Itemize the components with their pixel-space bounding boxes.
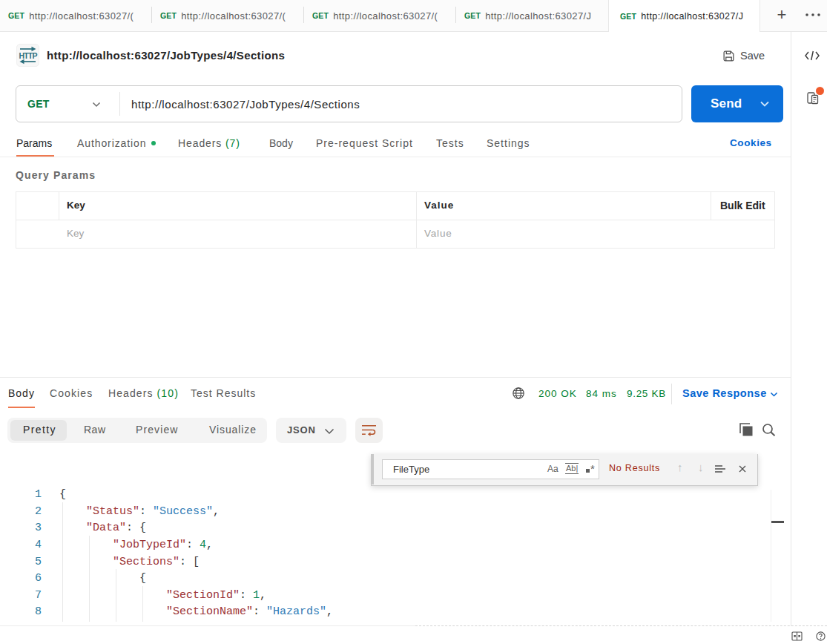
svg-text:HTTP: HTTP [19,51,37,60]
